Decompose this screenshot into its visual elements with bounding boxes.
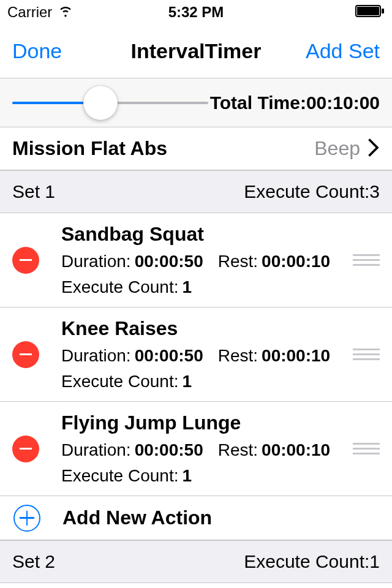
nav-bar: Done IntervalTimer Add Set [0,24,392,78]
action-row[interactable]: Flying Jump Lunge Duration:00:00:50 Rest… [0,402,392,496]
mission-row[interactable]: Mission Flat Abs Beep [0,127,392,170]
minus-icon [20,259,32,261]
set-execute-count: Execute Count:1 [244,551,380,572]
set-header: Set 1 Execute Count:3 [0,170,392,213]
set-title: Set 1 [12,181,55,202]
svg-rect-1 [357,7,379,15]
battery-icon [355,4,385,21]
action-body: Knee Raises Duration:00:00:50 Rest:00:00… [61,317,343,391]
delete-action-button[interactable] [12,341,39,368]
slider-row: Total Time:00:10:00 [0,78,392,127]
carrier-label: Carrier [7,4,52,21]
svg-rect-2 [382,9,384,13]
wifi-icon [57,2,74,23]
action-name: Knee Raises [61,317,343,340]
add-action-row[interactable]: Add New Action [0,496,392,540]
add-action-label: Add New Action [62,507,212,529]
delete-action-button[interactable] [12,435,39,462]
add-icon[interactable] [13,505,40,532]
set-title: Set 2 [12,551,55,572]
action-body: Flying Jump Lunge Duration:00:00:50 Rest… [61,412,343,486]
action-row[interactable]: Sandbag Squat Duration:00:00:50 Rest:00:… [0,213,392,307]
status-time: 5:32 PM [168,4,224,21]
done-button[interactable]: Done [12,39,62,63]
status-left: Carrier [7,2,74,23]
delete-action-button[interactable] [12,247,39,274]
action-body: Sandbag Squat Duration:00:00:50 Rest:00:… [61,223,343,297]
set-header: Set 2 Execute Count:1 [0,540,392,583]
reorder-handle-icon[interactable] [353,254,380,266]
page-title: IntervalTimer [131,39,262,63]
slider-thumb[interactable] [83,86,118,120]
action-name: Flying Jump Lunge [61,412,343,434]
minus-icon [20,353,32,355]
set-execute-count: Execute Count:3 [244,181,380,202]
add-set-button[interactable]: Add Set [306,39,380,63]
total-time-label: Total Time:00:10:00 [208,92,380,113]
total-time-slider[interactable] [12,102,208,104]
action-row[interactable]: Knee Raises Duration:00:00:50 Rest:00:00… [0,307,392,402]
mission-title: Mission Flat Abs [12,137,314,160]
action-name: Sandbag Squat [61,223,343,246]
chevron-right-icon [368,138,380,159]
status-bar: Carrier 5:32 PM [0,0,392,24]
mission-sound-value: Beep [314,137,360,160]
reorder-handle-icon[interactable] [353,443,380,454]
minus-icon [20,448,32,450]
reorder-handle-icon[interactable] [353,349,380,360]
